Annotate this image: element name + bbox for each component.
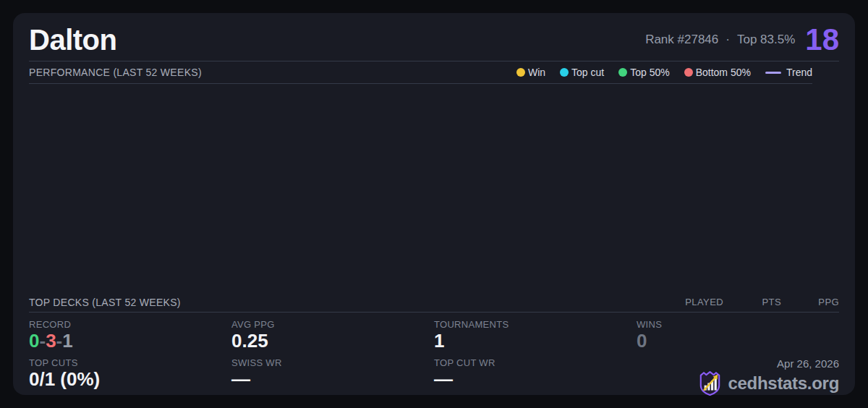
wins-value: 0 — [637, 331, 839, 352]
top-cuts-value: 0/1 (0%) — [29, 369, 231, 390]
record-draws: 1 — [62, 330, 72, 352]
stat-wins: WINS 0 — [637, 314, 839, 352]
record-value: 0-3-1 — [29, 331, 231, 352]
legend-label: Trend — [786, 67, 812, 78]
legend-label: Top 50% — [630, 67, 669, 78]
brand-name: cedhstats.org — [728, 373, 839, 394]
tournaments-value: 1 — [434, 331, 637, 352]
cedhstats-shield-logo-icon — [697, 370, 723, 396]
stats-row-2: TOP CUTS 0/1 (0%) SWISS WR — TOP CUT WR … — [29, 352, 839, 391]
performance-header: PERFORMANCE (LAST 52 WEEKS) Win Top cut … — [29, 61, 812, 84]
record-separator: - — [56, 330, 63, 352]
top-cut-dot-icon — [560, 68, 569, 77]
legend-item-top-50: Top 50% — [618, 67, 669, 78]
column-header-ppg: PPG — [781, 297, 839, 307]
stat-label: RECORD — [29, 314, 231, 330]
swiss-wr-value: — — [231, 369, 434, 390]
stat-avg-ppg: AVG PPG 0.25 — [231, 314, 434, 352]
rank-text: Rank #27846 · Top 83.5% — [645, 33, 795, 47]
stat-label: WINS — [637, 314, 839, 330]
top-decks-header: TOP DECKS (LAST 52 WEEKS) PLAYED PTS PPG — [29, 292, 839, 313]
bottom-50-dot-icon — [684, 68, 693, 77]
stat-label: TOP CUT WR — [434, 352, 637, 368]
stat-top-cut-wr: TOP CUT WR — — [434, 352, 637, 396]
legend-label: Win — [528, 67, 545, 78]
top-50-dot-icon — [618, 68, 627, 77]
top-decks-columns: PLAYED PTS PPG — [665, 297, 839, 307]
column-header-pts: PTS — [723, 297, 781, 307]
date-label: Apr 26, 2026 — [777, 352, 839, 370]
performance-chart-area — [29, 84, 839, 292]
legend-item-top-cut: Top cut — [560, 67, 604, 78]
brand-row: cedhstats.org — [697, 370, 839, 396]
record-separator: - — [39, 330, 46, 352]
card-header: Dalton Rank #27846 · Top 83.5% 18 — [29, 13, 839, 61]
stat-swiss-wr: SWISS WR — — [231, 352, 434, 396]
stats-row-1: RECORD 0-3-1 AVG PPG 0.25 TOURNAMENTS 1 … — [29, 314, 839, 352]
top-decks-section-title: TOP DECKS (LAST 52 WEEKS) — [29, 297, 181, 308]
player-stats-card: Dalton Rank #27846 · Top 83.5% 18 PERFOR… — [13, 13, 855, 395]
stat-label: AVG PPG — [231, 314, 434, 330]
stat-label: TOP CUTS — [29, 352, 231, 368]
stat-label: SWISS WR — [231, 352, 434, 368]
legend-item-trend: Trend — [765, 67, 812, 78]
legend-item-bottom-50: Bottom 50% — [684, 67, 751, 78]
record-losses: 3 — [46, 330, 56, 352]
top-cut-wr-value: — — [434, 369, 637, 390]
chart-legend: Win Top cut Top 50% Bottom 50% Trend — [516, 67, 812, 78]
legend-label: Top cut — [571, 67, 604, 78]
performance-section-title: PERFORMANCE (LAST 52 WEEKS) — [29, 67, 202, 78]
legend-item-win: Win — [516, 67, 545, 78]
stat-record: RECORD 0-3-1 — [29, 314, 231, 352]
stat-label: TOURNAMENTS — [434, 314, 637, 330]
legend-label: Bottom 50% — [696, 67, 751, 78]
footer-branding: Apr 26, 2026 cedhstats.org — [637, 352, 839, 396]
rank-separator: · — [726, 33, 730, 47]
win-dot-icon — [516, 68, 525, 77]
record-wins: 0 — [29, 330, 39, 352]
player-name: Dalton — [29, 24, 116, 56]
trend-line-icon — [765, 72, 781, 74]
column-header-played: PLAYED — [665, 297, 723, 307]
points-value: 18 — [805, 25, 839, 55]
stat-tournaments: TOURNAMENTS 1 — [434, 314, 637, 352]
avg-ppg-value: 0.25 — [231, 331, 434, 352]
stat-top-cuts: TOP CUTS 0/1 (0%) — [29, 352, 231, 396]
stats-summary: RECORD 0-3-1 AVG PPG 0.25 TOURNAMENTS 1 … — [29, 313, 839, 391]
rank-group: Rank #27846 · Top 83.5% 18 — [645, 25, 839, 55]
top-percent-label: Top 83.5% — [737, 33, 795, 47]
rank-label: Rank #27846 — [645, 33, 718, 47]
